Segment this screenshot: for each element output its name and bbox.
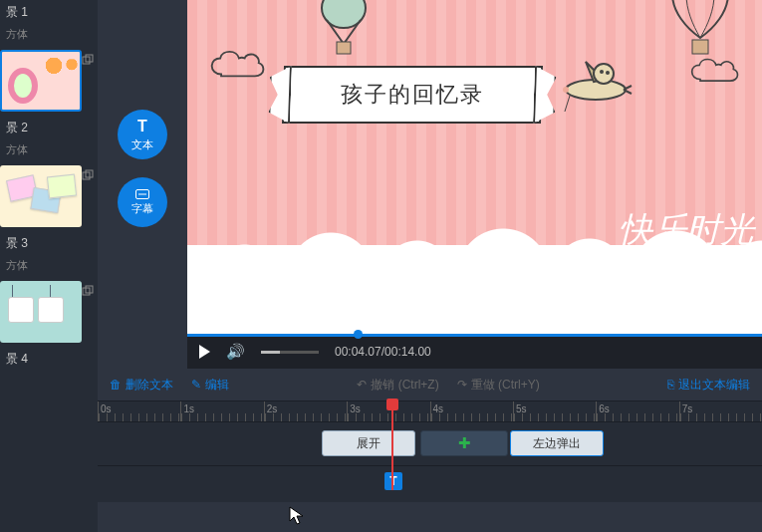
- svg-point-10: [594, 64, 614, 84]
- canvas-tools: T 文本 字幕: [98, 0, 187, 369]
- seek-bar[interactable]: [187, 334, 762, 337]
- svg-point-9: [566, 80, 626, 100]
- svg-point-12: [606, 71, 610, 75]
- clip-expand[interactable]: 展开: [322, 430, 415, 456]
- timeline-text-track[interactable]: T: [98, 466, 762, 502]
- scene-thumbnail[interactable]: [0, 281, 82, 343]
- scene-item-4[interactable]: 景 4: [0, 281, 98, 372]
- undo-icon: ↶: [357, 378, 367, 392]
- scene-item-2[interactable]: 景 2 方体: [0, 50, 98, 165]
- timeline-ruler[interactable]: 0s1s2s3s4s5s6s7s: [98, 400, 762, 422]
- subtitle-tool-button[interactable]: 字幕: [118, 177, 167, 227]
- scene-label: 景 1: [0, 0, 98, 25]
- player-controls: 🔊 00:04.07/00:14.00: [187, 335, 762, 369]
- title-banner[interactable]: 孩子的回忆录: [283, 66, 542, 124]
- text-icon: T: [137, 118, 147, 135]
- undo-button[interactable]: ↶撤销 (Ctrl+Z): [357, 377, 438, 394]
- svg-point-13: [563, 87, 569, 93]
- scene-sublabel: 方体: [0, 140, 98, 165]
- text-tool-button[interactable]: T 文本: [118, 110, 167, 159]
- plane-decoration: [556, 52, 635, 112]
- svg-point-11: [600, 70, 604, 74]
- play-button[interactable]: [199, 345, 210, 359]
- svg-rect-6: [692, 40, 708, 54]
- cloud-decoration: [209, 50, 267, 82]
- tool-label: 文本: [131, 137, 153, 152]
- exit-text-edit-button[interactable]: ⎘退出文本编辑: [667, 377, 750, 394]
- duplicate-icon[interactable]: [82, 285, 94, 297]
- scene-thumbnail[interactable]: [0, 50, 82, 112]
- volume-icon[interactable]: 🔊: [226, 343, 245, 361]
- add-clip-button[interactable]: ✚: [420, 430, 508, 456]
- timecode: 00:04.07/00:14.00: [335, 345, 431, 359]
- scene-list: 景 1 方体 景 2 方体 景 3 方体 景 4: [0, 0, 98, 532]
- scene-item-3[interactable]: 景 3 方体: [0, 165, 98, 281]
- duplicate-icon[interactable]: [82, 169, 94, 181]
- scene-item-1[interactable]: 景 1 方体: [0, 0, 98, 50]
- edit-icon: ✎: [191, 378, 201, 392]
- seek-handle[interactable]: [354, 330, 363, 339]
- timeline-toolbar: 🗑删除文本 ✎编辑 ↶撤销 (Ctrl+Z) ↷重做 (Ctrl+Y) ⎘退出文…: [98, 369, 762, 400]
- scene-sublabel: 方体: [0, 256, 98, 281]
- banner-text: 孩子的回忆录: [283, 66, 542, 124]
- timeline-track[interactable]: 展开 ✚ 左边弹出: [98, 422, 762, 466]
- scene-label: 景 3: [0, 231, 98, 256]
- clip-left-out[interactable]: 左边弹出: [510, 430, 604, 456]
- balloon-decoration: [317, 0, 371, 70]
- scene-sublabel: 方体: [0, 25, 98, 50]
- playhead[interactable]: [391, 400, 393, 490]
- subtitle-icon: [135, 189, 149, 199]
- scene-label: 景 2: [0, 116, 98, 140]
- tool-label: 字幕: [131, 201, 153, 216]
- balloon-decoration: [666, 0, 734, 72]
- redo-button[interactable]: ↷重做 (Ctrl+Y): [457, 377, 540, 394]
- redo-icon: ↷: [457, 378, 467, 392]
- delete-text-button[interactable]: 🗑删除文本: [110, 377, 173, 394]
- trash-icon: 🗑: [110, 378, 122, 392]
- duplicate-icon[interactable]: [82, 54, 94, 66]
- volume-slider[interactable]: [261, 351, 319, 354]
- exit-icon: ⎘: [667, 378, 674, 392]
- preview-canvas[interactable]: 孩子的回忆录 快乐时光: [187, 0, 762, 335]
- svg-rect-8: [337, 42, 351, 54]
- text-marker[interactable]: T: [384, 472, 402, 490]
- edit-button[interactable]: ✎编辑: [191, 377, 229, 394]
- scene-label: 景 4: [0, 347, 98, 372]
- scene-thumbnail[interactable]: [0, 165, 82, 227]
